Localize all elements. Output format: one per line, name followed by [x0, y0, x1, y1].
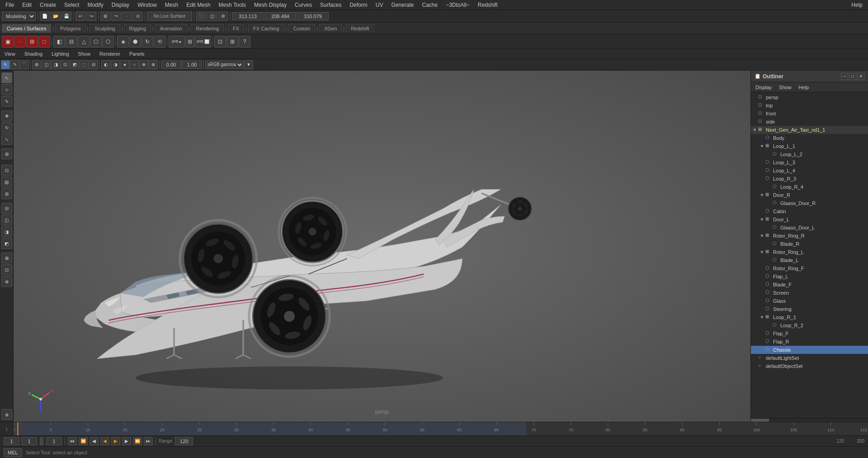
ipr-options-btn[interactable]: ⊞ [185, 36, 194, 48]
camera-btn2[interactable]: ⊞ [226, 36, 238, 48]
tree-item-flap-r[interactable]: ⬡ Flap_R [751, 338, 868, 346]
vt-paint-btn[interactable]: ✎ [10, 60, 19, 69]
outliner-tree[interactable]: ⊡ persp ⊡ top ⊡ front ⊡ side ▼ ⊞ [751, 92, 868, 418]
tab-redshift[interactable]: Redshift [346, 24, 374, 33]
snap-grid-btn[interactable]: ⊞ [100, 12, 110, 21]
menu-item-uv[interactable]: UV [372, 1, 387, 9]
timeline[interactable]: 1 0 5 10 15 20 25 30 35 40 45 [0, 422, 868, 435]
ipr-render-btn[interactable]: IPR ▸ [169, 36, 185, 48]
outliner-scrollbar[interactable] [751, 418, 868, 422]
tree-item-loop-l3[interactable]: ⬡ Loop_L_3 [751, 158, 868, 167]
view-menu-renderer[interactable]: Renderer [97, 50, 123, 57]
tab-sculpting[interactable]: Sculpting [90, 24, 120, 33]
tree-item-rotor-ring-r[interactable]: ▼ ⊞ Rotor_Ring_R [751, 232, 868, 240]
transform-btn2[interactable]: ⊟ [66, 36, 77, 48]
tab-curves-surfaces[interactable]: Curves / Surfaces [2, 24, 51, 33]
move-tool-btn[interactable]: ✥ [1, 110, 12, 121]
tree-item-loop-l1[interactable]: ▼ ⊞ Loop_L_1 [751, 142, 868, 150]
save-scene-btn[interactable]: 💾 [61, 12, 71, 21]
menu-item-deform[interactable]: Deform [346, 1, 371, 9]
tree-item-front[interactable]: ⊡ front [751, 110, 868, 118]
transform-btn5[interactable]: ⬡ [102, 36, 114, 48]
tree-item-body[interactable]: ⬡ Body [751, 134, 868, 142]
select-edge-btn[interactable]: ⊞ [26, 36, 38, 48]
timeline-ruler[interactable]: 0 5 10 15 20 25 30 35 40 45 50 55 60 [14, 422, 868, 436]
tree-item-loop-r2[interactable]: ⬡ Loop_R_2 [751, 321, 868, 329]
menu-item-cache[interactable]: Cache [418, 1, 441, 9]
vt-cam-btn4[interactable]: ⊡ [61, 60, 70, 69]
prev-frame-btn[interactable]: ⏪ [79, 437, 88, 445]
vt-coord-x[interactable] [161, 61, 181, 69]
menu-item-file[interactable]: File [2, 1, 18, 9]
vt-coord-y[interactable] [182, 61, 202, 69]
transform-btn1[interactable]: ◧ [53, 36, 65, 48]
coord-z-input[interactable] [297, 12, 329, 20]
tree-item-steering[interactable]: ⬡ Steering [751, 305, 868, 313]
tool-btn2[interactable]: ⬢ [129, 36, 141, 48]
select-all-btn[interactable]: ▣ [2, 36, 14, 48]
menu-item-help[interactable]: Help [848, 1, 866, 9]
coord-x-input[interactable] [232, 12, 264, 20]
snap-btn1[interactable]: ⊠ [1, 253, 12, 263]
select-tool-btn[interactable]: ↖ [1, 72, 12, 83]
menu-item-curves[interactable]: Curves [291, 1, 316, 9]
tree-item-flap-f[interactable]: ⬡ Flap_F [751, 329, 868, 338]
jump-end-btn[interactable]: ⏭ [144, 437, 153, 445]
vt-cam-btn3[interactable]: ◨ [51, 60, 60, 69]
tree-item-chassis[interactable]: ⬡ Chassis [751, 346, 868, 354]
ipr-btn[interactable]: ◫ [207, 12, 217, 21]
help-btn[interactable]: ? [239, 36, 250, 48]
vt-shading-btn4[interactable]: ○ [130, 60, 139, 69]
view-menu-view[interactable]: View [2, 50, 18, 57]
view-menu-shading[interactable]: Shading [22, 50, 45, 57]
tree-item-blade-l[interactable]: ⬡ Blade_L [751, 256, 868, 264]
redo-btn[interactable]: ↪ [86, 12, 96, 21]
tab-fx-caching[interactable]: FX Caching [248, 24, 284, 33]
play-back-btn[interactable]: ◀ [100, 437, 109, 445]
tree-item-side[interactable]: ⊡ side [751, 118, 868, 126]
tree-item-cabin[interactable]: ⬡ Cabin [751, 207, 868, 215]
snap-point-btn[interactable]: · [122, 12, 132, 21]
menu-item-create[interactable]: Create [36, 1, 60, 9]
coord-y-input[interactable] [264, 12, 296, 20]
vt-lasso-btn[interactable]: ⌒ [20, 60, 29, 69]
snap-curve-btn[interactable]: 〜 [111, 12, 121, 21]
tree-item-glass[interactable]: ⬡ Glass [751, 297, 868, 305]
view-menu-show[interactable]: Show [75, 50, 94, 57]
universal-manip-btn[interactable]: ⊞ [1, 148, 12, 159]
menu-item-mesh-display[interactable]: Mesh Display [250, 1, 290, 9]
snap-btn2[interactable]: ⊡ [1, 264, 12, 275]
tool-btn4[interactable]: ⟲ [154, 36, 165, 48]
select-face-btn[interactable]: □ [38, 36, 50, 48]
tree-item-door-l[interactable]: ▼ ⊞ Door_L [751, 215, 868, 224]
tree-item-loop-r4[interactable]: ⬡ Loop_R_4 [751, 183, 868, 191]
vt-select-btn[interactable]: ↖ [1, 60, 10, 69]
lasso-tool-btn[interactable]: ⊹ [1, 84, 12, 95]
tree-item-loop-l4[interactable]: ⬡ Loop_L_4 [751, 167, 868, 175]
tree-item-rotor-ring-l[interactable]: ▼ ⊞ Rotor_Ring_L [751, 248, 868, 256]
menu-item-select[interactable]: Select [61, 1, 83, 9]
vt-dropdown-arrow[interactable]: ▼ [244, 60, 253, 69]
subframe-input[interactable] [21, 437, 37, 445]
tree-item-screen[interactable]: ⬡ Screen [751, 289, 868, 297]
menu-item-redshift[interactable]: Redshift [474, 1, 501, 9]
no-live-surface-btn[interactable]: No Live Surface [147, 12, 192, 21]
ipr-stop-btn[interactable]: IPR ⬜ [195, 36, 211, 48]
play-fwd-btn[interactable]: ▶ [111, 437, 120, 445]
menu-item-edit[interactable]: Edit [19, 1, 35, 9]
vt-shading-btn3[interactable]: ● [120, 60, 129, 69]
attr-btn2[interactable]: ◫ [1, 215, 12, 225]
menu-item-window[interactable]: Window [134, 1, 160, 9]
tab-rigging[interactable]: Rigging [124, 24, 151, 33]
select-vertex-btn[interactable]: · [14, 36, 26, 48]
vt-cam-btn5[interactable]: ◩ [70, 60, 79, 69]
menu-item-modify[interactable]: Modify [84, 1, 107, 9]
view-menu-panels[interactable]: Panels [127, 50, 147, 57]
tree-item-default-light-set[interactable]: ○ defaultLightSet [751, 354, 868, 362]
vt-shading-btn6[interactable]: ⊗ [149, 60, 158, 69]
tool-btn3[interactable]: ↻ [142, 36, 153, 48]
frame-display[interactable] [46, 437, 62, 445]
menu-item-edit-mesh[interactable]: Edit Mesh [183, 1, 214, 9]
outliner-menu-help[interactable]: Help [796, 84, 812, 91]
transform-btn3[interactable]: △ [78, 36, 90, 48]
